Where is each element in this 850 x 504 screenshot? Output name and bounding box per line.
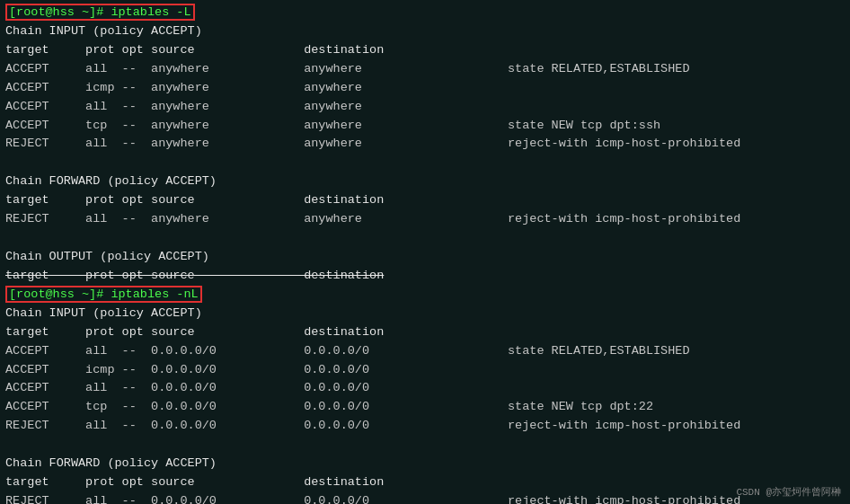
line-4: ACCEPT all -- anywhere anywhere state RE… bbox=[5, 60, 845, 79]
line-7: ACCEPT tcp -- anywhere anywhere state NE… bbox=[5, 117, 845, 136]
line-2: Chain INPUT (policy ACCEPT) bbox=[5, 22, 845, 41]
line-24 bbox=[5, 436, 845, 455]
line-11: target prot opt source destination bbox=[5, 191, 845, 210]
line-27: REJECT all -- 0.0.0.0/0 0.0.0.0/0 reject… bbox=[5, 492, 845, 504]
line-14: Chain OUTPUT (policy ACCEPT) bbox=[5, 248, 845, 267]
line-25: Chain FORWARD (policy ACCEPT) bbox=[5, 455, 845, 473]
line-26: target prot opt source destination bbox=[5, 473, 845, 492]
command-box-2: [root@hss ~]# iptables -nL bbox=[5, 286, 202, 303]
terminal-window: [root@hss ~]# iptables -L Chain INPUT (p… bbox=[0, 0, 850, 504]
command-box-1: [root@hss ~]# iptables -L bbox=[5, 4, 195, 21]
line-13 bbox=[5, 229, 845, 248]
line-19: ACCEPT all -- 0.0.0.0/0 0.0.0.0/0 state … bbox=[5, 342, 845, 361]
line-22: ACCEPT tcp -- 0.0.0.0/0 0.0.0.0/0 state … bbox=[5, 398, 845, 417]
line-3: target prot opt source destination bbox=[5, 41, 845, 60]
line-10: Chain FORWARD (policy ACCEPT) bbox=[5, 172, 845, 191]
line-8: REJECT all -- anywhere anywhere reject-w… bbox=[5, 135, 845, 154]
watermark: CSDN @亦玺炣件曾阿榊 bbox=[736, 485, 841, 499]
line-9 bbox=[5, 154, 845, 172]
line-12: REJECT all -- anywhere anywhere reject-w… bbox=[5, 210, 845, 229]
line-5: ACCEPT icmp -- anywhere anywhere bbox=[5, 79, 845, 98]
line-16: [root@hss ~]# iptables -nL bbox=[5, 286, 845, 305]
line-23: REJECT all -- 0.0.0.0/0 0.0.0.0/0 reject… bbox=[5, 417, 845, 436]
line-6: ACCEPT all -- anywhere anywhere bbox=[5, 98, 845, 117]
line-18: target prot opt source destination bbox=[5, 323, 845, 342]
line-17: Chain INPUT (policy ACCEPT) bbox=[5, 305, 845, 323]
line-21: ACCEPT all -- 0.0.0.0/0 0.0.0.0/0 bbox=[5, 379, 845, 398]
line-20: ACCEPT icmp -- 0.0.0.0/0 0.0.0.0/0 bbox=[5, 361, 845, 380]
line-15: target prot opt source destination bbox=[5, 267, 845, 286]
line-1: [root@hss ~]# iptables -L bbox=[5, 4, 845, 22]
